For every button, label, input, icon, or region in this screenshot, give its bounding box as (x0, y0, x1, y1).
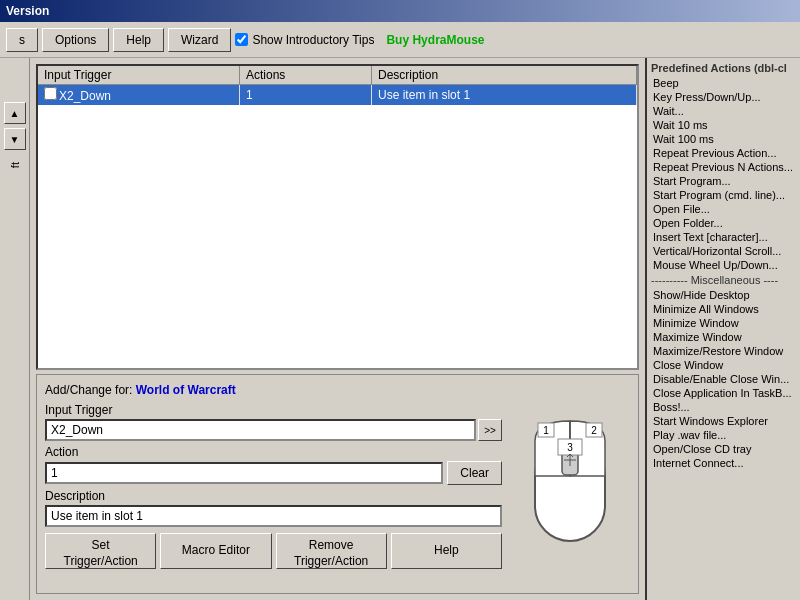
action-list-item[interactable]: Minimize Window (651, 316, 796, 330)
actions-cell: 1 (239, 85, 371, 106)
macro-editor-button[interactable]: Macro Editor (160, 533, 271, 569)
right-panel: Predefined Actions (dbl-cl BeepKey Press… (645, 58, 800, 600)
action-list-item[interactable]: Start Program... (651, 174, 796, 188)
trigger-table: Input Trigger Actions Description X2_Dow… (36, 64, 639, 370)
description-row: Description (45, 489, 502, 527)
action-list-item[interactable]: Key Press/Down/Up... (651, 90, 796, 104)
action-list: BeepKey Press/Down/Up...Wait...Wait 10 m… (651, 76, 796, 470)
description-label: Description (45, 489, 502, 503)
action-list-item[interactable]: Wait 10 ms (651, 118, 796, 132)
title-bar: Version (0, 0, 800, 22)
action-list-item[interactable]: Vertical/Horizontal Scroll... (651, 244, 796, 258)
buy-hydramouse-link[interactable]: Buy HydraMouse (386, 33, 484, 47)
form-body: Input Trigger X2_Down >> Action (45, 403, 630, 569)
action-input[interactable] (45, 462, 443, 484)
action-list-item[interactable]: Open/Close CD tray (651, 442, 796, 456)
input-trigger-select-wrapper: X2_Down >> (45, 419, 502, 441)
form-fields: Input Trigger X2_Down >> Action (45, 403, 502, 569)
center-panel: Input Trigger Actions Description X2_Dow… (30, 58, 645, 600)
action-list-item[interactable]: Beep (651, 76, 796, 90)
description-input[interactable] (45, 505, 502, 527)
col-description: Description (372, 66, 637, 85)
action-list-item[interactable]: Disable/Enable Close Win... (651, 372, 796, 386)
action-list-item[interactable]: Repeat Previous Action... (651, 146, 796, 160)
action-list-item[interactable]: Maximize Window (651, 330, 796, 344)
action-list-item[interactable]: Play .wav file... (651, 428, 796, 442)
input-trigger-row: Input Trigger X2_Down >> (45, 403, 502, 441)
back-button[interactable]: s (6, 28, 38, 52)
action-list-item[interactable]: Repeat Previous N Actions... (651, 160, 796, 174)
action-list-item[interactable]: Internet Connect... (651, 456, 796, 470)
bottom-buttons: SetTrigger/Action Macro Editor RemoveTri… (45, 533, 502, 569)
options-button[interactable]: Options (42, 28, 109, 52)
action-row: Action Clear (45, 445, 502, 485)
form-section: Add/Change for: World of Warcraft Input … (36, 374, 639, 594)
left-label-ft: ft (9, 162, 21, 168)
svg-text:2: 2 (591, 425, 597, 436)
up-arrow-button[interactable]: ▲ (4, 102, 26, 124)
action-list-item[interactable]: Open Folder... (651, 216, 796, 230)
trigger-arrow-button[interactable]: >> (478, 419, 502, 441)
action-label: Action (45, 445, 502, 459)
clear-button[interactable]: Clear (447, 461, 502, 485)
svg-text:3: 3 (567, 442, 573, 453)
toolbar: s Options Help Wizard Show Introductory … (0, 22, 800, 58)
set-trigger-button[interactable]: SetTrigger/Action (45, 533, 156, 569)
right-panel-title: Predefined Actions (dbl-cl (651, 62, 796, 74)
mouse-diagram: 1 2 3 (510, 403, 630, 569)
col-trigger: Input Trigger (38, 66, 239, 85)
action-list-item[interactable]: Close Window (651, 358, 796, 372)
table-row[interactable]: X2_Down 1 Use item in slot 1 (38, 85, 637, 106)
action-list-item[interactable]: Maximize/Restore Window (651, 344, 796, 358)
action-list-item[interactable]: Wait... (651, 104, 796, 118)
help-button-toolbar[interactable]: Help (113, 28, 164, 52)
action-list-item[interactable]: Insert Text [character]... (651, 230, 796, 244)
action-list-item[interactable]: Wait 100 ms (651, 132, 796, 146)
svg-text:1: 1 (543, 425, 549, 436)
app-name: World of Warcraft (136, 383, 236, 397)
input-trigger-label: Input Trigger (45, 403, 502, 417)
action-list-item[interactable]: Boss!... (651, 400, 796, 414)
action-list-item[interactable]: Start Windows Explorer (651, 414, 796, 428)
main-content: ▲ ▼ ft Input Trigger Actions Description… (0, 58, 800, 600)
section-header: ---------- Miscellaneous ---- (651, 274, 796, 286)
action-list-item[interactable]: Mouse Wheel Up/Down... (651, 258, 796, 272)
action-list-item[interactable]: Show/Hide Desktop (651, 288, 796, 302)
form-title: Add/Change for: World of Warcraft (45, 383, 630, 397)
action-list-item[interactable]: Close Application In TaskB... (651, 386, 796, 400)
left-panel: ▲ ▼ ft (0, 58, 30, 600)
input-trigger-select[interactable]: X2_Down (45, 419, 476, 441)
remove-trigger-button[interactable]: RemoveTrigger/Action (276, 533, 387, 569)
mouse-svg: 1 2 3 (520, 411, 620, 561)
title-text: Version (6, 4, 49, 18)
action-list-item[interactable]: Minimize All Windows (651, 302, 796, 316)
down-arrow-button[interactable]: ▼ (4, 128, 26, 150)
trigger-cell: X2_Down (38, 85, 239, 106)
action-list-item[interactable]: Open File... (651, 202, 796, 216)
show-tips-checkbox[interactable]: Show Introductory Tips (235, 33, 374, 47)
help-button-form[interactable]: Help (391, 533, 502, 569)
wizard-button[interactable]: Wizard (168, 28, 231, 52)
action-list-item[interactable]: Start Program (cmd. line)... (651, 188, 796, 202)
col-actions: Actions (239, 66, 371, 85)
description-cell: Use item in slot 1 (372, 85, 637, 106)
